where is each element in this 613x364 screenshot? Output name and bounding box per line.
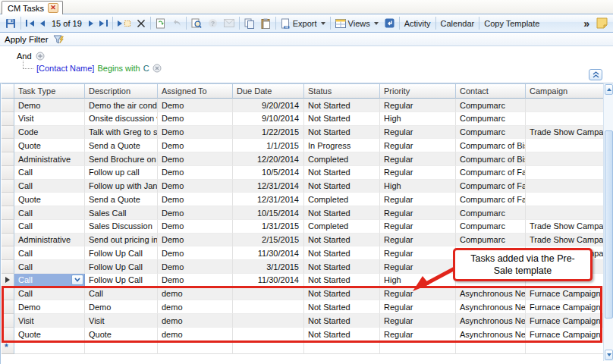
grid-cell-description[interactable]: Send Brochure on u... [85,152,158,166]
grid-cell-description[interactable]: Quote [85,328,158,341]
grid-cell-status[interactable]: Completed [304,152,380,166]
row-selector[interactable] [2,220,14,234]
grid-cell-campaign[interactable] [526,206,604,220]
grid-cell-empty[interactable] [233,341,304,354]
grid-cell-description[interactable]: Follow Up Call [85,260,158,274]
delete-record-button[interactable] [134,16,149,31]
grid-cell-contact[interactable]: Compumarc [456,112,526,126]
grid-cell-campaign[interactable]: Furnace Campaign [526,314,604,328]
grid-cell-due-date[interactable]: 12/31/2014 [233,180,304,193]
grid-cell-contact[interactable]: Compumarc of Fargo [456,193,526,206]
grid-cell-campaign[interactable] [526,99,604,112]
grid-cell-task-type[interactable]: Call [14,274,85,287]
grid-cell-description[interactable]: Demo [85,300,158,314]
grid-cell-campaign[interactable] [526,139,604,152]
grid-cell-due-date[interactable]: 11/30/2014 [233,246,304,260]
grid-cell-task-type[interactable]: Visit [14,314,85,328]
grid-cell-contact[interactable]: Compumarc [456,99,526,112]
grid-cell-status[interactable]: Not Started [304,166,380,180]
grid-cell-contact[interactable]: Compumarc [456,234,526,247]
last-record-button[interactable] [96,16,111,31]
grid-cell-assigned-to[interactable]: Demo [158,234,233,247]
grid-cell-priority[interactable]: Regular [380,139,456,152]
grid-cell-description[interactable]: Sales Discussion [85,220,158,234]
grid-cell-assigned-to[interactable]: Demo [158,139,233,152]
grid-cell-task-type[interactable]: Quote [14,328,85,341]
tab-cm-tasks[interactable]: CM Tasks ✕ [2,1,63,14]
grid-cell-description[interactable]: Send a Quote [85,193,158,206]
scrollbar-thumb[interactable] [605,130,613,318]
grid-cell-campaign[interactable]: Trade Show Campaign [526,234,604,247]
grid-cell-campaign[interactable] [526,193,604,206]
navigate-view-button[interactable] [382,16,398,31]
paste-button[interactable] [258,16,274,31]
grid-cell-campaign[interactable]: Furnace Campaign [526,300,604,314]
grid-cell-task-type[interactable]: Call [14,180,85,193]
grid-cell-due-date[interactable]: 1/22/2015 [233,126,304,140]
grid-cell-task-type[interactable]: Code [14,126,85,140]
grid-cell-priority[interactable]: Regular [380,220,456,234]
grid-cell-priority[interactable]: Regular [380,206,456,220]
grid-cell-campaign[interactable]: Trade Show Campaign [526,220,604,234]
grid-cell-priority[interactable]: High [380,180,456,193]
collapse-filter-button[interactable] [589,69,602,80]
column-header[interactable]: Description [85,83,158,99]
row-selector[interactable] [2,300,14,314]
grid-cell-priority[interactable]: Regular [380,328,456,341]
row-selector[interactable] [2,112,14,126]
grid-cell-due-date[interactable]: 12/31/2014 [233,193,304,206]
vertical-scrollbar[interactable] [603,83,613,361]
row-selector[interactable] [2,99,14,112]
grid-cell-contact[interactable]: Compumarc of Fargo [456,166,526,180]
copy-button[interactable] [241,16,258,31]
grid-cell-task-type[interactable]: Call [14,166,85,180]
column-header[interactable]: Contact [456,83,526,99]
grid-cell-assigned-to[interactable]: Demo [158,112,233,126]
grid-cell-priority[interactable]: Regular [380,152,456,166]
grid-cell-task-type[interactable]: Call [14,246,85,260]
grid-cell-contact[interactable]: Compumarc of Bism... [456,152,526,166]
row-selector[interactable] [2,314,14,328]
grid-cell-assigned-to[interactable]: Demo [158,193,233,206]
grid-cell-task-type[interactable]: Quote [14,139,85,152]
grid-cell-status[interactable]: In Progress [304,139,380,152]
grid-cell-priority[interactable]: Regular [380,234,456,247]
row-selector[interactable] [2,180,14,193]
grid-cell-task-type[interactable]: Administrative [14,152,85,166]
grid-cell-campaign[interactable] [526,152,604,166]
grid-cell-assigned-to[interactable]: demo [158,328,233,341]
grid-cell-contact[interactable]: Compumarc [456,126,526,140]
grid-cell-status[interactable]: Not Started [304,112,380,126]
row-selector[interactable] [2,139,14,152]
grid-cell-assigned-to[interactable]: Demo [158,206,233,220]
row-selector[interactable] [2,246,14,260]
grid-cell-empty[interactable] [380,341,456,354]
grid-cell-status[interactable]: Not Started [304,260,380,274]
new-row-selector[interactable]: * [2,341,14,354]
grid-cell-priority[interactable]: High [380,274,456,287]
grid-cell-status[interactable]: Completed [304,193,380,206]
grid-cell-priority[interactable]: Regular [380,246,456,260]
task-type-dropdown-button[interactable] [71,275,83,286]
grid-cell-due-date[interactable]: 11/30/2014 [233,274,304,287]
grid-cell-due-date[interactable] [233,287,304,301]
grid-cell-campaign[interactable]: Furnace Campaign [526,328,604,341]
grid-cell-priority[interactable]: Regular [380,126,456,140]
grid-cell-task-type[interactable]: Call [14,220,85,234]
row-selector[interactable] [2,234,14,247]
grid-cell-description[interactable]: Follow Up Call [85,274,158,287]
grid-cell-due-date[interactable]: 9/20/2014 [233,99,304,112]
grid-cell-due-date[interactable] [233,328,304,341]
grid-cell-description[interactable]: Talk with Greg to se... [85,126,158,140]
row-selector[interactable] [2,287,14,301]
grid-cell-contact[interactable]: Asynchronous Netw... [456,314,526,328]
grid-cell-description[interactable]: Visit [85,314,158,328]
grid-cell-due-date[interactable]: 1/1/2015 [233,139,304,152]
grid-cell-assigned-to[interactable]: Demo [158,274,233,287]
new-record-button[interactable] [115,16,134,31]
scroll-down-button[interactable] [605,350,613,360]
grid-cell-due-date[interactable]: 2/15/2015 [233,234,304,247]
print-preview-button[interactable] [188,16,205,31]
grid-cell-assigned-to[interactable]: demo [158,314,233,328]
grid-cell-task-type[interactable]: Call [14,287,85,301]
